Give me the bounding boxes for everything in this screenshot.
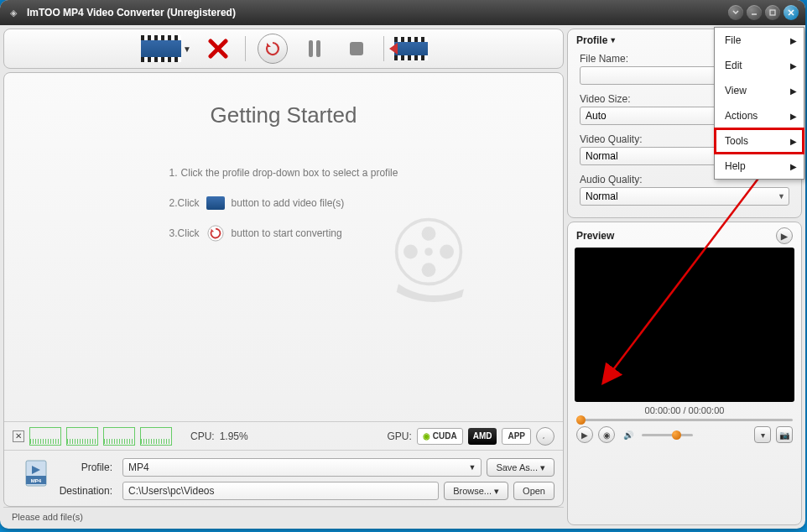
browse-button[interactable]: Browse... ▾ <box>444 482 508 500</box>
cpu-graph-1 <box>29 427 61 446</box>
open-button[interactable]: Open <box>513 482 554 500</box>
cpu-value: 1.95% <box>220 430 248 442</box>
status-row: ✕ CPU: 1.95% GPU: ◉CUDA AMD APP <box>4 421 563 450</box>
cuda-badge: ◉CUDA <box>417 428 463 445</box>
mp4-file-icon: MP4 <box>21 457 55 491</box>
svg-point-7 <box>422 227 436 241</box>
app-badge: APP <box>502 428 531 445</box>
menu-view[interactable]: View▶ <box>715 78 804 103</box>
snapshot-dropdown-button[interactable]: ▾ <box>754 426 771 443</box>
preview-viewport <box>575 248 794 402</box>
menu-edit[interactable]: Edit▶ <box>715 53 804 78</box>
titlebar[interactable]: ◈ ImTOO MP4 Video Converter (Unregistere… <box>0 0 805 25</box>
step3-prefix: 3.Click <box>169 227 200 239</box>
svg-point-11 <box>424 248 433 256</box>
svg-point-9 <box>422 263 436 277</box>
convert-icon <box>206 226 225 241</box>
window-title: ImTOO MP4 Video Converter (Unregistered) <box>27 7 725 18</box>
settings-button[interactable] <box>536 427 554 446</box>
getting-started-heading: Getting Started <box>211 102 357 128</box>
step2-prefix: 2.Click <box>169 197 200 209</box>
volume-slider[interactable] <box>642 434 693 436</box>
app-window: ◈ ImTOO MP4 Video Converter (Unregistere… <box>0 0 805 529</box>
volume-icon[interactable]: 🔊 <box>620 426 637 443</box>
step1-desc: Click the profile drop-down box to selec… <box>181 167 398 179</box>
pause-button[interactable] <box>299 34 330 64</box>
stop-preview-button[interactable]: ◉ <box>598 426 615 443</box>
content-area: Getting Started 1. Click the profile dro… <box>3 72 564 507</box>
save-as-button[interactable]: Save As... ▾ <box>487 458 554 477</box>
svg-rect-3 <box>316 40 320 57</box>
nvidia-icon: ◉ <box>423 431 430 441</box>
main-toolbar: ▼ <box>3 29 564 69</box>
amd-badge: AMD <box>468 428 497 445</box>
stop-button[interactable] <box>341 34 372 64</box>
statusbar: Please add file(s) <box>3 507 564 525</box>
main-menu-popup: File▶ Edit▶ View▶ Actions▶ Tools▶ Help▶ <box>714 27 804 180</box>
dropdown-button[interactable] <box>728 5 743 20</box>
add-file-icon <box>206 196 225 211</box>
menu-file[interactable]: File▶ <box>715 28 804 53</box>
profile-select[interactable]: MP4▼ <box>122 458 482 477</box>
output-folder-button[interactable] <box>396 34 426 64</box>
maximize-button[interactable] <box>765 5 780 20</box>
getting-started-panel: Getting Started 1. Click the profile dro… <box>4 73 563 421</box>
menu-help[interactable]: Help▶ <box>715 154 804 179</box>
convert-button[interactable] <box>258 34 288 64</box>
add-file-button[interactable]: ▼ <box>141 35 191 62</box>
gpu-label: GPU: <box>387 430 411 442</box>
snapshot-button[interactable]: 📷 <box>776 426 793 443</box>
cpu-label: CPU: <box>190 430 215 442</box>
step1-text: 1. <box>169 167 178 179</box>
step2-desc: button to add video file(s) <box>232 197 345 209</box>
svg-rect-1 <box>770 10 775 15</box>
play-button[interactable]: ▶ <box>576 426 593 443</box>
svg-text:MP4: MP4 <box>31 478 42 483</box>
preview-panel: Preview ▶ 00:00:00 / 00:00:00 ▶ ◉ 🔊 ▾ 📷 <box>567 222 802 525</box>
svg-point-8 <box>440 245 454 259</box>
destination-input[interactable]: C:\Users\pc\Videos <box>122 482 439 500</box>
cpu-graph-2 <box>66 427 98 446</box>
app-icon: ◈ <box>7 6 20 19</box>
svg-rect-2 <box>309 40 313 57</box>
close-profile-icon[interactable]: ✕ <box>13 430 24 442</box>
cpu-graph-4 <box>140 427 172 446</box>
menu-actions[interactable]: Actions▶ <box>715 103 804 128</box>
cpu-graph-3 <box>103 427 135 446</box>
close-button[interactable] <box>784 5 799 20</box>
audio-quality-select[interactable]: Normal▼ <box>580 187 789 206</box>
preview-panel-header: Preview ▶ <box>568 222 801 248</box>
preview-timecode: 00:00:00 / 00:00:00 <box>568 402 801 419</box>
preview-seek-slider[interactable] <box>568 419 801 421</box>
preview-play-top-button[interactable]: ▶ <box>776 227 793 244</box>
remove-button[interactable] <box>203 34 233 64</box>
svg-rect-4 <box>350 42 363 55</box>
minimize-button[interactable] <box>747 5 762 20</box>
step3-desc: button to start converting <box>232 227 342 239</box>
menu-tools[interactable]: Tools▶ <box>715 128 804 154</box>
reel-watermark-icon <box>378 211 479 312</box>
svg-point-10 <box>404 245 418 259</box>
